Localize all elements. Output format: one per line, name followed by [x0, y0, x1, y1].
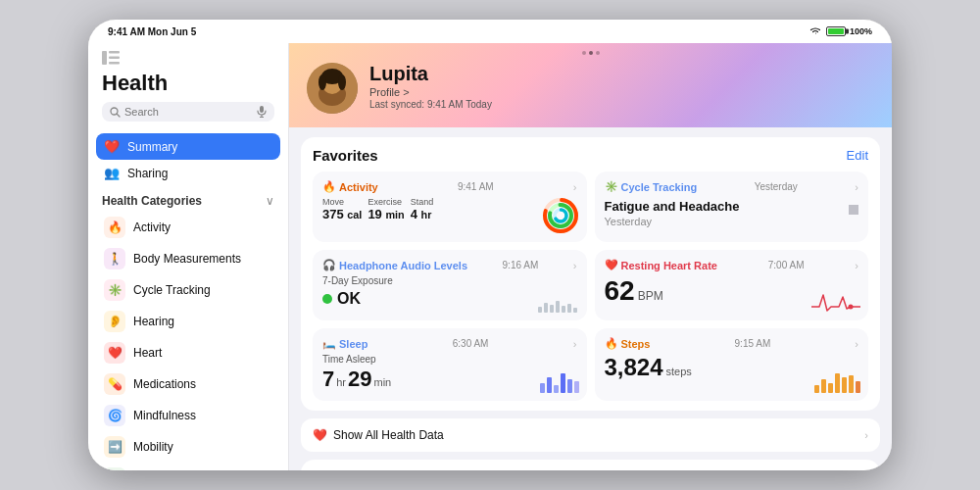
sidebar-item-sharing[interactable]: 👥 Sharing: [96, 160, 280, 186]
sidebar-title: Health: [102, 71, 274, 96]
status-right: 100%: [808, 25, 872, 37]
heart-chevron: ›: [855, 260, 858, 271]
sleep-bars: [540, 371, 579, 393]
fav-card-heart[interactable]: ❤️ Resting Heart Rate 7:00 AM › 62 BPM: [595, 250, 869, 320]
category-item-nutrition[interactable]: 🥗 Nutrition: [96, 463, 280, 470]
device-frame: 9:41 AM Mon Jun 5 100%: [88, 20, 892, 470]
medications-icon: 💊: [104, 373, 125, 395]
stand-metric: Stand 4 hr: [411, 197, 434, 221]
svg-rect-1: [109, 51, 120, 54]
fav-card-cycle-time: Yesterday: [755, 181, 798, 192]
search-bar[interactable]: [102, 102, 274, 122]
svg-point-21: [849, 305, 854, 310]
categories-list: 🔥 Activity 🚶 Body Measurements ✳️ Cycle …: [88, 212, 288, 470]
fav-card-steps-header: 🔥 Steps 9:15 AM ›: [605, 337, 859, 350]
category-item-heart[interactable]: ❤️ Heart: [96, 337, 280, 368]
profile-sync: Last synced: 9:41 AM Today: [369, 99, 492, 110]
heart-rate-value: 62: [605, 275, 635, 307]
stand-value: 4 hr: [411, 207, 434, 221]
mindfulness-icon: 🌀: [104, 405, 125, 426]
category-item-mindfulness[interactable]: 🌀 Mindfulness: [96, 400, 280, 431]
show-all-text: Show All Health Data: [333, 428, 444, 442]
fav-card-headphone[interactable]: 🎧 Headphone Audio Levels 9:16 AM › 7-Day…: [313, 250, 587, 320]
ok-status-dot: [322, 294, 332, 304]
category-item-medications[interactable]: 💊 Medications: [96, 368, 280, 400]
category-label-heart: Heart: [133, 346, 162, 360]
sidebar-item-summary[interactable]: ❤️ Summary: [96, 133, 280, 160]
category-item-mobility[interactable]: ➡️ Mobility: [96, 431, 280, 463]
fav-card-activity[interactable]: 🔥 Activity 9:41 AM › Move 375 cal Exerci…: [313, 172, 587, 242]
microphone-icon: [257, 106, 267, 118]
exercise-value: 19 min: [368, 207, 404, 221]
profile-info: Lupita Profile > Last synced: 9:41 AM To…: [369, 63, 492, 110]
heart-chart: [811, 289, 860, 313]
favorites-section: Favorites Edit 🔥 Activity 9:41 AM ›: [301, 137, 880, 411]
steps-bars: [814, 368, 860, 393]
category-label-activity: Activity: [133, 220, 171, 234]
category-label-cycle: Cycle Tracking: [133, 283, 211, 297]
headphone-chevron: ›: [573, 260, 577, 271]
sharing-label: Sharing: [127, 167, 168, 180]
body-icon: 🚶: [104, 248, 125, 270]
search-input[interactable]: [124, 106, 253, 118]
move-value: 375 cal: [322, 207, 362, 221]
categories-chevron[interactable]: ∨: [266, 194, 274, 208]
status-time: 9:41 AM Mon Jun 5: [108, 26, 196, 37]
heart-rate-unit: BPM: [638, 289, 663, 303]
status-bar: 9:41 AM Mon Jun 5 100%: [88, 20, 892, 43]
headphone-bars: [538, 291, 577, 313]
svg-point-13: [318, 74, 326, 90]
category-label-body: Body Measurements: [133, 252, 241, 266]
category-label-mindfulness: Mindfulness: [133, 409, 196, 422]
summary-icon: ❤️: [104, 139, 120, 154]
fav-card-steps-title: 🔥 Steps: [605, 337, 651, 350]
sleep-chevron: ›: [573, 338, 577, 350]
fav-card-steps-time: 9:15 AM: [735, 338, 771, 349]
sidebar-toggle-icon[interactable]: [102, 51, 120, 65]
fav-card-sleep-title: 🛏️ Sleep: [322, 337, 368, 350]
svg-rect-3: [109, 62, 120, 65]
category-item-cycle[interactable]: ✳️ Cycle Tracking: [96, 274, 280, 306]
show-all-row[interactable]: ❤️ Show All Health Data ›: [301, 418, 880, 452]
fav-card-activity-title: 🔥 Activity: [322, 180, 378, 193]
steps-value: 3,824: [605, 354, 663, 381]
cycle-icon: ✳️: [104, 279, 125, 301]
sleep-mins: 29: [348, 367, 371, 392]
nutrition-icon: 🥗: [104, 467, 125, 470]
fav-card-cycle[interactable]: ✳️ Cycle Tracking Yesterday › Fatigue an…: [595, 172, 869, 242]
sidebar: Health ❤️ Summary 👥 Sharing: [88, 43, 289, 470]
svg-rect-2: [109, 57, 120, 60]
fav-card-headphone-time: 9:16 AM: [503, 260, 539, 270]
favorites-title: Favorites: [313, 147, 378, 164]
fav-card-headphone-header: 🎧 Headphone Audio Levels 9:16 AM ›: [322, 259, 577, 271]
sharing-icon: 👥: [104, 166, 120, 180]
fav-card-heart-header: ❤️ Resting Heart Rate 7:00 AM ›: [605, 259, 859, 271]
profile-header: Lupita Profile > Last synced: 9:41 AM To…: [289, 43, 892, 127]
battery-label: 100%: [850, 26, 872, 36]
svg-point-14: [338, 74, 346, 90]
ok-text: OK: [337, 290, 361, 308]
categories-section-header: Health Categories ∨: [88, 186, 288, 212]
fav-card-heart-title: ❤️ Resting Heart Rate: [605, 259, 717, 271]
category-label-medications: Medications: [133, 377, 196, 391]
fav-card-sleep[interactable]: 🛏️ Sleep 6:30 AM › Time Asleep 7 hr 29 m…: [313, 328, 587, 401]
summary-label: Summary: [127, 140, 177, 154]
steps-chevron: ›: [855, 338, 858, 350]
fav-card-steps[interactable]: 🔥 Steps 9:15 AM › 3,824 steps: [595, 328, 869, 401]
favorites-grid: 🔥 Activity 9:41 AM › Move 375 cal Exerci…: [313, 172, 868, 401]
category-label-mobility: Mobility: [133, 440, 173, 454]
exercise-metric: Exercise 19 min: [368, 197, 404, 221]
activity-ring: [542, 197, 579, 234]
activity-icon: 🔥: [104, 217, 125, 238]
svg-rect-0: [102, 51, 107, 65]
fav-card-activity-time: 9:41 AM: [458, 181, 494, 192]
trends-title: Trends: [313, 469, 868, 470]
fav-card-headphone-title: 🎧 Headphone Audio Levels: [322, 259, 467, 271]
app-content: Health ❤️ Summary 👥 Sharing: [88, 43, 892, 470]
sidebar-header: Health: [88, 43, 288, 133]
category-item-hearing[interactable]: 👂 Hearing: [96, 306, 280, 337]
category-item-body[interactable]: 🚶 Body Measurements: [96, 243, 280, 274]
favorites-edit-button[interactable]: Edit: [847, 148, 868, 163]
profile-link[interactable]: Profile >: [369, 86, 492, 98]
category-item-activity[interactable]: 🔥 Activity: [96, 212, 280, 243]
